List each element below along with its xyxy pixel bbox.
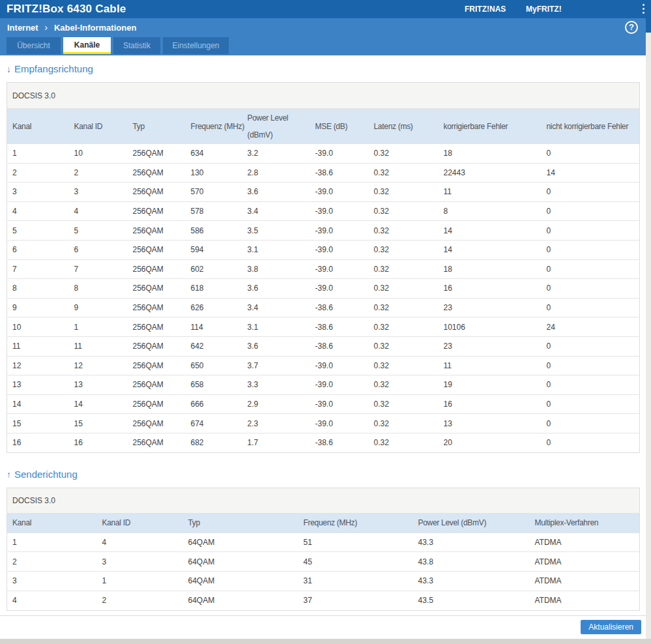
column-header: Kanal xyxy=(7,513,97,533)
table-row: 1313256QAM6583.3-39.00.32190 xyxy=(7,375,640,395)
table-cell: 0.32 xyxy=(369,375,439,395)
table-cell: 9 xyxy=(7,298,69,317)
table-cell: 13 xyxy=(439,414,542,433)
table-cell: 4 xyxy=(7,591,97,610)
table-cell: -39.0 xyxy=(310,356,369,375)
kebab-menu-icon[interactable] xyxy=(643,4,645,16)
table-cell: 3.8 xyxy=(242,259,310,279)
table-cell: 0 xyxy=(542,414,640,433)
section-title-upstream: ↑Senderichtung xyxy=(7,469,639,480)
column-header: Multiplex-Verfahren xyxy=(530,513,640,533)
right-edge-top xyxy=(646,18,651,33)
table-cell: 14 xyxy=(439,221,542,241)
table-cell: 4 xyxy=(7,201,69,221)
table-cell: -39.0 xyxy=(310,221,369,241)
refresh-button[interactable]: Aktualisieren xyxy=(581,620,641,634)
table-cell: 3 xyxy=(7,572,97,591)
table-cell: 7 xyxy=(7,259,69,279)
table-cell: -39.0 xyxy=(310,259,369,279)
table-row: 22256QAM1302.8-38.60.322244314 xyxy=(7,163,640,183)
table-cell: 14 xyxy=(542,163,640,183)
table-cell: 0 xyxy=(542,201,640,221)
table-cell: 23 xyxy=(439,336,542,356)
table-cell: 674 xyxy=(186,414,242,433)
table-cell: 43.8 xyxy=(413,552,530,572)
table-cell: 4 xyxy=(97,533,183,552)
tab-einstellungen[interactable]: Einstellungen xyxy=(163,37,229,54)
footer-row: Aktualisieren xyxy=(0,616,646,634)
table-cell: 256QAM xyxy=(128,414,186,433)
table-cell: ATDMA xyxy=(530,591,640,610)
table-cell: 256QAM xyxy=(128,259,186,279)
table-cell: 1 xyxy=(7,533,97,552)
table-cell: 5 xyxy=(69,221,128,241)
table-row: 101256QAM1143.1-38.60.321010624 xyxy=(7,317,640,337)
table-cell: 37 xyxy=(298,591,413,610)
table-cell: -39.0 xyxy=(310,279,369,299)
table-cell: 650 xyxy=(186,356,242,375)
tab-uebersicht[interactable]: Übersicht xyxy=(7,37,61,54)
tab-statistik[interactable]: Statistik xyxy=(113,37,160,54)
table-cell: 256QAM xyxy=(128,394,186,414)
table-cell: 1.7 xyxy=(242,433,310,452)
column-header: Kanal ID xyxy=(69,109,128,144)
fritznas-link[interactable]: FRITZ!NAS xyxy=(465,5,506,14)
table-cell: 19 xyxy=(439,375,542,395)
table-cell: 64QAM xyxy=(183,591,298,610)
table-cell: 22443 xyxy=(439,163,542,183)
table-cell: 256QAM xyxy=(128,240,186,259)
table-cell: 0.32 xyxy=(369,336,439,356)
upstream-table: DOCSIS 3.0KanalKanal IDTypFrequenz (MHz)… xyxy=(7,488,640,611)
table-cell: 3.7 xyxy=(242,356,310,375)
table-cell: 0.32 xyxy=(369,163,439,183)
table-cell: 24 xyxy=(542,317,640,337)
table-cell: 16 xyxy=(7,433,69,452)
table-cell: -38.6 xyxy=(310,298,369,317)
table-cell: 0 xyxy=(542,298,640,317)
table-cell: 114 xyxy=(186,317,242,337)
table-cell: 6 xyxy=(7,240,69,259)
table-cell: 18 xyxy=(439,259,542,279)
table-row: 1212256QAM6503.7-39.00.32110 xyxy=(7,356,640,375)
column-header: Frequenz (MHz) xyxy=(186,109,242,144)
table-row: 77256QAM6023.8-39.00.32180 xyxy=(7,259,640,279)
sub-header: Internet › Kabel-Informationen ? Übersic… xyxy=(0,18,646,55)
column-header: Power Level (dBmV) xyxy=(242,109,310,144)
app-title: FRITZ!Box 6430 Cable xyxy=(7,3,126,16)
table-cell: 0.32 xyxy=(369,240,439,259)
table-cell: 14 xyxy=(69,394,128,414)
table-cell: 64QAM xyxy=(183,552,298,572)
table-cell: -38.6 xyxy=(310,317,369,337)
table-cell: ATDMA xyxy=(530,572,640,591)
table-cell: 594 xyxy=(186,240,242,259)
table-cell: 3.1 xyxy=(242,240,310,259)
help-icon[interactable]: ? xyxy=(625,21,638,34)
table-row: 33256QAM5703.6-39.00.32110 xyxy=(7,183,640,202)
table-cell: 43.3 xyxy=(413,572,530,591)
table-cell: 11 xyxy=(439,183,542,202)
table-row: 99256QAM6263.4-38.60.32230 xyxy=(7,298,640,317)
myfritz-link[interactable]: MyFRITZ! xyxy=(526,5,562,14)
table-cell: 3.6 xyxy=(242,183,310,202)
breadcrumb-item-internet[interactable]: Internet xyxy=(7,23,38,33)
column-header: Power Level (dBmV) xyxy=(413,513,530,533)
table-cell: 43.3 xyxy=(413,533,530,552)
table-cell: 0.32 xyxy=(369,201,439,221)
table-cell: 20 xyxy=(439,433,542,452)
table-cell: 5 xyxy=(7,221,69,241)
table-cell: 256QAM xyxy=(128,336,186,356)
tab-kanaele[interactable]: Kanäle xyxy=(63,37,111,54)
table-cell: 12 xyxy=(69,356,128,375)
table-cell: 8 xyxy=(439,201,542,221)
table-cell: 0.32 xyxy=(369,433,439,452)
table-cell: 0.32 xyxy=(369,414,439,433)
table-cell: 256QAM xyxy=(128,317,186,337)
table-cell: ATDMA xyxy=(530,533,640,552)
table-group-label: DOCSIS 3.0 xyxy=(7,83,640,109)
table-cell: 3.6 xyxy=(242,279,310,299)
table-cell: 16 xyxy=(69,433,128,452)
table-cell: 0.32 xyxy=(369,356,439,375)
table-cell: 45 xyxy=(298,552,413,572)
table-cell: 3.4 xyxy=(242,201,310,221)
table-cell: 3.3 xyxy=(242,375,310,395)
